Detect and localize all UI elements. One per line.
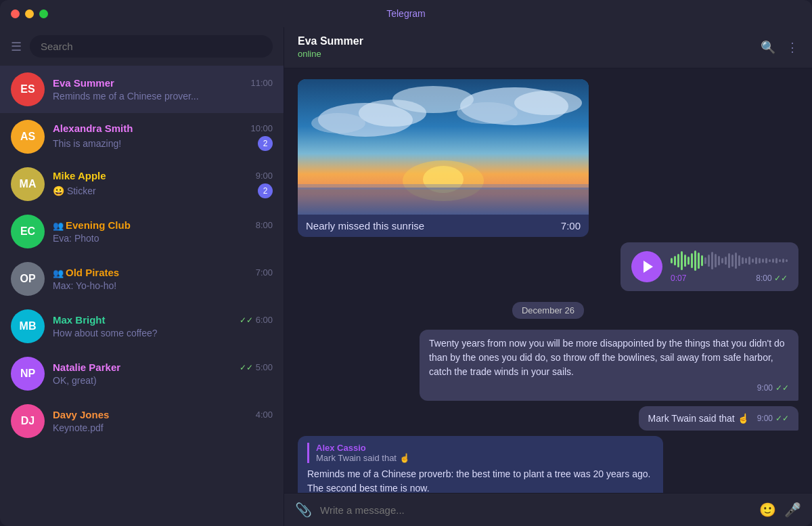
voice-duration: 0:07 bbox=[671, 273, 686, 283]
attachment-icon[interactable]: 📎 bbox=[295, 502, 312, 518]
conv-preview: Max: Yo-ho-ho! bbox=[53, 280, 116, 291]
wave-bar bbox=[769, 259, 771, 262]
main-layout: ☰ ES Eva Summer 11:00 Reminds me of a Ch… bbox=[0, 27, 812, 526]
more-icon[interactable]: ⋮ bbox=[786, 40, 798, 55]
conversation-item-max-bright[interactable]: MB Max Bright ✓✓ 6:00 How about some cof… bbox=[0, 303, 284, 350]
wave-bar bbox=[759, 258, 761, 263]
conv-time: ✓✓ 5:00 bbox=[240, 362, 273, 372]
wave-bar bbox=[755, 257, 757, 264]
avatar: DJ bbox=[11, 404, 45, 438]
chat-area: Eva Summer online 🔍 ⋮ bbox=[284, 27, 812, 526]
caption-text: Nearly missed this sunrise bbox=[306, 220, 424, 232]
chat-contact-info: Eva Summer online bbox=[298, 35, 363, 60]
wave-bar bbox=[742, 257, 744, 264]
wave-bar bbox=[779, 259, 781, 262]
chat-status: online bbox=[298, 49, 321, 59]
conv-name: Max Bright bbox=[53, 314, 106, 326]
message-text-outgoing: Twenty years from now you will be more d… bbox=[420, 330, 798, 401]
date-divider: December 26 bbox=[298, 302, 798, 319]
conv-preview: This is amazing! bbox=[53, 138, 121, 149]
wave-bar bbox=[691, 253, 693, 268]
read-checkmark: ✓✓ bbox=[775, 382, 789, 394]
search-icon[interactable]: 🔍 bbox=[761, 40, 775, 55]
conv-preview: Eva: Photo bbox=[53, 233, 99, 244]
wave-bar bbox=[687, 257, 690, 265]
voice-footer: 0:07 8:00 ✓✓ bbox=[671, 273, 788, 283]
wave-bar bbox=[715, 254, 717, 267]
conv-info: 👥Old Pirates 7:00 Max: Yo-ho-ho! bbox=[53, 267, 273, 291]
chat-header: Eva Summer online 🔍 ⋮ bbox=[284, 27, 812, 68]
wave-bar bbox=[718, 256, 720, 265]
conv-time: 11:00 bbox=[250, 78, 273, 88]
wave-bar bbox=[728, 253, 730, 268]
conv-name: Eva Summer bbox=[53, 77, 114, 89]
wave-bar bbox=[786, 259, 788, 262]
message-image: Nearly missed this sunrise 7:00 bbox=[298, 79, 589, 237]
date-badge: December 26 bbox=[512, 302, 584, 319]
sidebar-header: ☰ bbox=[0, 27, 284, 66]
read-checkmark: ✓✓ bbox=[775, 414, 789, 423]
sidebar: ☰ ES Eva Summer 11:00 Reminds me of a Ch… bbox=[0, 27, 284, 526]
conv-preview: OK, great) bbox=[53, 375, 97, 386]
conv-preview: Keynote.pdf bbox=[53, 422, 104, 433]
message-short-outgoing: Mark Twain said that ☝️ 9:00 ✓✓ bbox=[639, 406, 798, 431]
wave-bar bbox=[772, 259, 774, 263]
conv-time: 10:00 bbox=[250, 123, 273, 133]
avatar: MA bbox=[11, 167, 45, 201]
conv-time: 7:00 bbox=[256, 267, 273, 278]
wave-bar bbox=[708, 255, 710, 267]
conv-name: 👥Evening Club bbox=[53, 219, 131, 231]
conv-info: Natalie Parker ✓✓ 5:00 OK, great) bbox=[53, 361, 273, 386]
chat-input-area: 📎 🙂 🎤 bbox=[284, 493, 812, 526]
reply-quoted-text: Mark Twain said that ☝️ bbox=[316, 453, 654, 463]
play-button[interactable] bbox=[631, 251, 662, 282]
conversation-item-old-pirates[interactable]: OP 👥Old Pirates 7:00 Max: Yo-ho-ho! bbox=[0, 255, 284, 303]
menu-icon[interactable]: ☰ bbox=[11, 39, 22, 54]
avatar: OP bbox=[11, 262, 45, 296]
conversation-item-mike-apple[interactable]: MA Mike Apple 9:00 😀 Sticker 2 bbox=[0, 160, 284, 208]
close-button[interactable] bbox=[11, 9, 20, 18]
avatar: NP bbox=[11, 357, 45, 391]
search-input[interactable] bbox=[30, 35, 273, 58]
input-right-icons: 🙂 🎤 bbox=[759, 502, 801, 518]
conv-info: Mike Apple 9:00 😀 Sticker 2 bbox=[53, 170, 273, 198]
emoji-icon[interactable]: 🙂 bbox=[759, 502, 776, 518]
conversation-item-eva-summer[interactable]: ES Eva Summer 11:00 Reminds me of a Chin… bbox=[0, 66, 284, 113]
wave-bar bbox=[725, 257, 727, 265]
conversation-item-alexandra-smith[interactable]: AS Alexandra Smith 10:00 This is amazing… bbox=[0, 113, 284, 160]
wave-bar bbox=[721, 258, 723, 263]
wave-bar bbox=[775, 258, 777, 263]
conv-name: 👥Old Pirates bbox=[53, 267, 119, 278]
message-time: 9:00 bbox=[757, 382, 773, 394]
minimize-button[interactable] bbox=[25, 9, 34, 18]
conv-info: 👥Evening Club 8:00 Eva: Photo bbox=[53, 219, 273, 244]
app-title: Telegram bbox=[386, 8, 426, 19]
avatar: ES bbox=[11, 72, 45, 106]
message-body: Twenty years from now you will be more d… bbox=[429, 338, 785, 377]
wave-bar bbox=[677, 254, 679, 267]
wave-bar bbox=[735, 253, 737, 269]
conversation-item-davy-jones[interactable]: DJ Davy Jones 4:00 Keynote.pdf bbox=[0, 397, 284, 445]
wave-bar bbox=[701, 255, 703, 266]
reply-author: Alex Cassio bbox=[316, 443, 654, 453]
message-input[interactable] bbox=[320, 504, 751, 516]
titlebar: Telegram bbox=[0, 0, 812, 27]
svg-point-5 bbox=[311, 113, 365, 133]
unread-badge: 2 bbox=[258, 183, 273, 198]
conversation-item-natalie-parker[interactable]: NP Natalie Parker ✓✓ 5:00 OK, great) bbox=[0, 350, 284, 397]
wave-bar bbox=[674, 256, 676, 265]
conversation-item-evening-club[interactable]: EC 👥Evening Club 8:00 Eva: Photo bbox=[0, 208, 284, 255]
maximize-button[interactable] bbox=[39, 9, 48, 18]
message-time: 8:00 ✓✓ bbox=[756, 273, 788, 283]
conv-name: Mike Apple bbox=[53, 170, 106, 181]
window-controls bbox=[11, 9, 48, 18]
conv-time: ✓✓ 6:00 bbox=[240, 315, 273, 325]
microphone-icon[interactable]: 🎤 bbox=[784, 502, 801, 518]
chat-header-icons: 🔍 ⋮ bbox=[761, 40, 798, 55]
conv-preview: Reminds me of a Chinese prover... bbox=[53, 91, 199, 102]
wave-bar bbox=[745, 258, 747, 263]
unread-badge: 2 bbox=[258, 136, 273, 151]
conv-time: 9:00 bbox=[256, 171, 273, 181]
conv-name: Davy Jones bbox=[53, 409, 109, 420]
svg-rect-10 bbox=[298, 188, 589, 215]
